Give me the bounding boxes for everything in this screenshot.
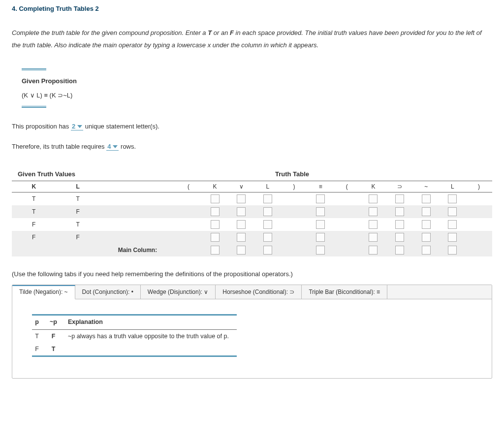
truth-cell-input[interactable] bbox=[422, 233, 431, 242]
cell-L: T bbox=[56, 218, 99, 231]
main-column-input[interactable] bbox=[448, 246, 457, 255]
truth-cell-input[interactable] bbox=[448, 207, 457, 216]
truth-cell-input[interactable] bbox=[316, 207, 325, 216]
cell-K: T bbox=[12, 205, 56, 218]
truth-cell-input[interactable] bbox=[237, 207, 246, 216]
help-note: (Use the following tabs if you need help… bbox=[12, 270, 492, 278]
dropdown-value: 2 bbox=[72, 123, 75, 130]
stmt-text: unique statement letter(s). bbox=[85, 123, 159, 130]
truth-cell-input[interactable] bbox=[263, 207, 272, 216]
truth-table-heading: Truth Table bbox=[150, 170, 309, 178]
given-proposition-label: Given Proposition bbox=[22, 77, 492, 85]
truth-cell-input[interactable] bbox=[211, 233, 220, 242]
decor-bar bbox=[32, 355, 237, 357]
cell-p: F bbox=[32, 343, 47, 355]
chevron-down-icon bbox=[77, 125, 82, 128]
col-lparen2: ( bbox=[334, 181, 360, 192]
cell-p: T bbox=[32, 329, 47, 343]
question-title: 4. Completing Truth Tables 2 bbox=[12, 5, 492, 12]
truth-cell-input[interactable] bbox=[211, 194, 220, 203]
truth-cell-input[interactable] bbox=[316, 220, 325, 229]
col-rparen: ) bbox=[281, 181, 308, 192]
tab-dot[interactable]: Dot (Conjunction): • bbox=[75, 285, 141, 299]
col-explanation: Explanation bbox=[65, 316, 237, 330]
truth-cell-input[interactable] bbox=[448, 220, 457, 229]
col-K3: K bbox=[360, 181, 387, 192]
main-column-row: Main Column: bbox=[12, 244, 492, 256]
table-header-row: K L ( K ∨ L ) ≡ ( K ⊃ ~ L ) bbox=[12, 181, 492, 192]
main-column-input[interactable] bbox=[395, 246, 404, 255]
col-np: ~p bbox=[47, 316, 65, 330]
main-column-input[interactable] bbox=[422, 246, 431, 255]
tab-tilde[interactable]: Tilde (Negation): ~ bbox=[12, 285, 75, 299]
instr-seg: Complete the truth table for the given c… bbox=[12, 29, 208, 36]
truth-cell-input[interactable] bbox=[395, 207, 404, 216]
truth-cell-input[interactable] bbox=[316, 233, 325, 242]
rows-dropdown[interactable]: 4 bbox=[106, 143, 119, 151]
dropdown-value: 4 bbox=[107, 143, 111, 150]
col-K: K bbox=[12, 181, 56, 192]
main-column-label: Main Column: bbox=[100, 244, 175, 256]
cell-L: F bbox=[56, 231, 99, 244]
truth-cell-input[interactable] bbox=[211, 207, 220, 216]
statement-letters-line: This proposition has 2 unique statement … bbox=[12, 123, 492, 130]
truth-cell-input[interactable] bbox=[369, 220, 378, 229]
truth-cell-input[interactable] bbox=[237, 220, 246, 229]
tab-horseshoe[interactable]: Horseshoe (Conditional): ⊃ bbox=[216, 285, 302, 299]
tab-triplebar[interactable]: Triple Bar (Biconditional): ≡ bbox=[302, 285, 387, 299]
truth-cell-input[interactable] bbox=[395, 233, 404, 242]
rows-required-line: Therefore, its truth table requires 4 ro… bbox=[12, 143, 492, 151]
main-column-input[interactable] bbox=[369, 246, 378, 255]
cell-L: T bbox=[56, 192, 99, 205]
cell-K: F bbox=[12, 231, 56, 244]
tab-content: p ~p Explanation T F ~p always has a tru… bbox=[12, 299, 492, 378]
truth-cell-input[interactable] bbox=[263, 233, 272, 242]
truth-cell-input[interactable] bbox=[369, 194, 378, 203]
cell-K: T bbox=[12, 192, 56, 205]
tabs-bar: Tilde (Negation): ~ Dot (Conjunction): •… bbox=[12, 285, 492, 299]
main-column-input[interactable] bbox=[237, 246, 246, 255]
given-proposition-formula: (K ∨ L) ≡ (K ⊃~L) bbox=[22, 92, 492, 99]
truth-cell-input[interactable] bbox=[395, 194, 404, 203]
table-row: F F bbox=[12, 231, 492, 244]
cell-np: F bbox=[47, 329, 65, 343]
stmt-text: This proposition has bbox=[12, 123, 71, 130]
truth-cell-input[interactable] bbox=[369, 233, 378, 242]
truth-cell-input[interactable] bbox=[422, 220, 431, 229]
truth-cell-input[interactable] bbox=[316, 194, 325, 203]
main-column-input[interactable] bbox=[263, 246, 272, 255]
truth-cell-input[interactable] bbox=[263, 194, 272, 203]
stmt-text: Therefore, its truth table requires bbox=[12, 143, 106, 150]
stmt-text: rows. bbox=[121, 143, 136, 150]
truth-cell-input[interactable] bbox=[422, 207, 431, 216]
cell-explanation: ~p always has a truth value opposite to … bbox=[65, 329, 237, 343]
truth-cell-input[interactable] bbox=[211, 220, 220, 229]
decor-bar bbox=[22, 68, 46, 69]
truth-cell-input[interactable] bbox=[422, 194, 431, 203]
unique-letters-dropdown[interactable]: 2 bbox=[71, 123, 83, 130]
main-column-input[interactable] bbox=[316, 246, 325, 255]
instr-seg: or an bbox=[212, 29, 230, 36]
truth-cell-input[interactable] bbox=[448, 233, 457, 242]
truth-cell-input[interactable] bbox=[237, 194, 246, 203]
instr-T: T bbox=[208, 29, 212, 36]
col-neg: ~ bbox=[413, 181, 440, 192]
given-values-heading: Given Truth Values bbox=[12, 170, 150, 178]
cell-L: F bbox=[56, 205, 99, 218]
col-rparen2: ) bbox=[466, 181, 492, 192]
truth-cell-input[interactable] bbox=[448, 194, 457, 203]
cell-np: T bbox=[47, 343, 65, 355]
cell-K: F bbox=[12, 218, 56, 231]
col-p: p bbox=[32, 316, 47, 330]
truth-cell-input[interactable] bbox=[395, 220, 404, 229]
col-lparen: ( bbox=[175, 181, 202, 192]
truth-cell-input[interactable] bbox=[263, 220, 272, 229]
table-row: F T bbox=[12, 218, 492, 231]
decor-bar bbox=[22, 70, 46, 70]
truth-cell-input[interactable] bbox=[369, 207, 378, 216]
main-column-input[interactable] bbox=[211, 246, 220, 255]
col-L2: L bbox=[254, 181, 281, 192]
col-horseshoe: ⊃ bbox=[386, 181, 413, 192]
tab-wedge[interactable]: Wedge (Disjunction): ∨ bbox=[141, 285, 216, 299]
truth-cell-input[interactable] bbox=[237, 233, 246, 242]
